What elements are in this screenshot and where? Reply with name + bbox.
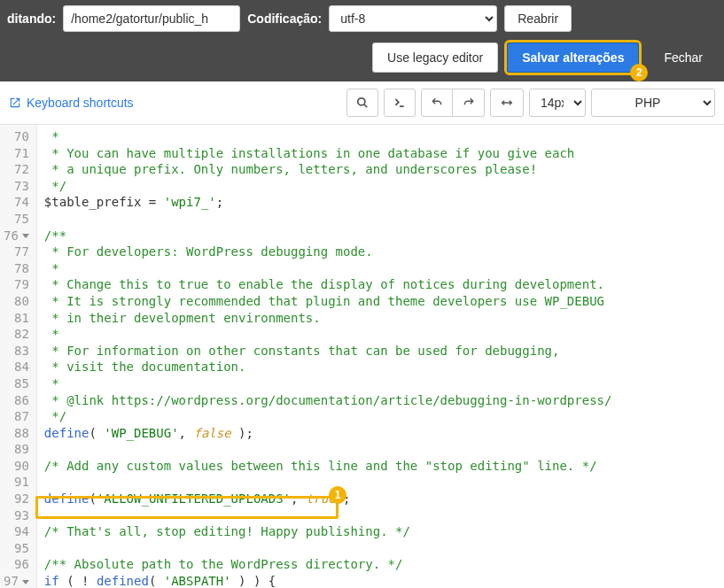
code-line[interactable]: */ [44, 408, 724, 425]
line-number: 97 [4, 573, 29, 588]
code-line[interactable]: * visit the documentation. [44, 359, 724, 375]
line-number: 86 [4, 392, 29, 409]
line-number: 85 [4, 375, 29, 392]
line-number: 75 [4, 211, 29, 228]
code-line[interactable]: /* That's all, stop editing! Happy publi… [44, 523, 724, 540]
line-number: 81 [4, 310, 29, 327]
terminal-icon [393, 97, 406, 109]
code-line[interactable] [44, 474, 724, 491]
line-number: 73 [4, 178, 29, 195]
arrows-horizontal-icon [500, 97, 514, 109]
code-line[interactable]: /* Add any custom values between this li… [44, 458, 724, 475]
line-number: 71 [4, 145, 29, 162]
svg-point-0 [358, 98, 365, 105]
code-line[interactable]: if ( ! defined( 'ABSPATH' ) ) { [44, 573, 724, 588]
line-number: 89 [4, 441, 29, 458]
line-number: 83 [4, 343, 29, 360]
topbar: ditando: Codificação: utf-8 Reabrir [0, 0, 724, 37]
code-line[interactable] [44, 540, 724, 557]
console-button[interactable] [384, 89, 416, 117]
line-number: 77 [4, 244, 29, 260]
line-number: 95 [4, 540, 29, 557]
code-line[interactable]: * You can have multiple installations in… [44, 145, 724, 162]
code-line[interactable] [44, 441, 724, 458]
undo-button[interactable] [421, 89, 453, 117]
legacy-editor-button[interactable]: Use legacy editor [372, 43, 498, 73]
undo-icon [431, 97, 443, 109]
line-number: 90 [4, 458, 29, 475]
line-number: 80 [4, 293, 29, 310]
code-line[interactable]: * Change this to true to enable the disp… [44, 276, 724, 293]
code-line[interactable]: /** [44, 228, 724, 244]
code-line[interactable] [44, 507, 724, 524]
code-line[interactable]: * For information on other constants tha… [44, 343, 724, 360]
save-button[interactable]: Salvar alterações [507, 43, 639, 73]
code-line[interactable]: * in their development environments. [44, 310, 724, 327]
code-line[interactable] [44, 211, 724, 228]
code-line[interactable]: define( 'WP_DEBUG', false ); [44, 425, 724, 442]
line-number: 92 [4, 491, 29, 507]
code-line[interactable]: * For developers: WordPress debugging mo… [44, 244, 724, 260]
code-line[interactable]: * a unique prefix. Only numbers, letters… [44, 161, 724, 178]
reopen-button[interactable]: Reabrir [504, 5, 572, 32]
fontsize-select[interactable]: 14px [529, 89, 586, 117]
line-number: 96 [4, 556, 29, 573]
line-number: 91 [4, 474, 29, 491]
line-number: 76 [4, 228, 29, 244]
line-number: 94 [4, 523, 29, 540]
code-line[interactable]: * It is strongly recommended that plugin… [44, 293, 724, 310]
line-number: 74 [4, 194, 29, 211]
code-line[interactable]: * @link https://wordpress.org/documentat… [44, 392, 724, 409]
code-line[interactable]: $table_prefix = 'wpi7_'; [44, 194, 724, 211]
line-number: 78 [4, 260, 29, 277]
code-line[interactable]: /** Absolute path to the WordPress direc… [44, 556, 724, 573]
filepath-input[interactable] [63, 5, 240, 32]
external-link-icon [9, 97, 21, 109]
undo-redo-group [421, 89, 485, 117]
code-line[interactable]: define('ALLOW_UNFILTERED_UPLOADS', true)… [44, 491, 724, 507]
line-number: 88 [4, 425, 29, 442]
code-line[interactable]: * [44, 260, 724, 277]
code-editor[interactable]: 7071727374757677787980818283848586878889… [0, 125, 724, 588]
code-line[interactable]: * [44, 326, 724, 343]
language-select[interactable]: PHP [591, 89, 715, 117]
redo-icon [463, 97, 475, 109]
encoding-select[interactable]: utf-8 [329, 5, 497, 32]
close-button[interactable]: Fechar [648, 43, 717, 73]
editing-label: ditando: [7, 12, 56, 26]
svg-line-1 [364, 104, 368, 108]
line-number: 70 [4, 128, 29, 145]
encoding-label: Codificação: [247, 12, 322, 26]
line-number: 79 [4, 276, 29, 293]
code-line[interactable]: * [44, 375, 724, 392]
wrap-button[interactable] [490, 89, 524, 117]
code-line[interactable]: */ [44, 178, 724, 195]
line-number-gutter: 7071727374757677787980818283848586878889… [0, 125, 37, 588]
highlight-badge-2: 2 [630, 64, 648, 81]
line-number: 84 [4, 359, 29, 375]
search-button[interactable] [346, 89, 378, 117]
code-area[interactable]: * * You can have multiple installations … [37, 125, 724, 588]
search-icon [356, 97, 369, 109]
line-number: 87 [4, 408, 29, 425]
redo-button[interactable] [453, 89, 485, 117]
line-number: 82 [4, 326, 29, 343]
code-line[interactable]: * [44, 128, 724, 145]
line-number: 72 [4, 161, 29, 178]
editor-toolbar: Keyboard shortcuts 14px PHP [0, 81, 724, 125]
line-number: 93 [4, 507, 29, 524]
keyboard-shortcuts-link[interactable]: Keyboard shortcuts [9, 96, 134, 110]
actionbar: Use legacy editor Salvar alterações 2 Fe… [0, 37, 724, 81]
